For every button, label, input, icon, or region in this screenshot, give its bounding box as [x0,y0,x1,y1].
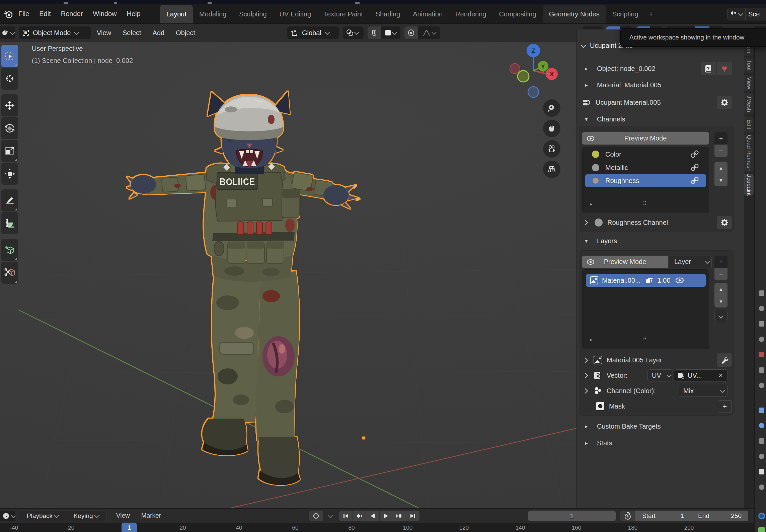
tool-rotate[interactable] [1,117,18,139]
tool-transform[interactable] [1,163,18,185]
sidebar-tab-tool[interactable]: Tool [744,58,754,73]
properties-tab-icon[interactable] [759,383,764,388]
object-expander[interactable]: ▸ Object: node_0.002 [585,62,656,75]
pan-button[interactable] [543,120,560,137]
properties-tab-icon[interactable] [758,527,765,532]
add-mask-button[interactable]: + [718,400,732,413]
move-layer-up-button[interactable]: ▲ [714,283,727,295]
current-frame-marker[interactable]: 1 [122,523,137,532]
blend-mode-icon[interactable] [645,276,654,285]
properties-tab-icon[interactable] [759,438,764,444]
navigation-gizmo[interactable]: Z Y X [506,43,562,100]
blender-logo-icon[interactable] [4,9,13,19]
tool-measure[interactable] [1,212,18,234]
sidebar-tab-edit[interactable]: Edit [744,116,754,132]
remove-channel-button[interactable]: − [714,145,727,157]
vector-expander[interactable]: Vector: [584,369,627,382]
move-channel-down-button[interactable]: ▼ [714,174,727,186]
properties-tab-icon[interactable] [759,337,764,342]
clear-uv-button[interactable]: × [718,371,723,380]
properties-tab-icon[interactable] [759,484,764,490]
menu-view[interactable]: View [91,29,117,37]
channel-row-color[interactable]: Color [583,148,709,161]
start-frame-field[interactable]: Start 1 [635,511,691,521]
support-heart-button[interactable]: ♥ [717,62,732,75]
channel-row-roughness-selected[interactable]: Roughness [585,174,706,187]
timeline-view-menu[interactable]: View [110,512,136,519]
material-settings-button[interactable] [717,96,732,109]
link-icon[interactable] [690,163,699,172]
tool-move[interactable] [1,94,18,116]
toggle-ortho-button[interactable] [543,161,560,178]
properties-tab-icon[interactable] [758,513,765,519]
play-reverse-button[interactable] [366,511,379,521]
tool-cut[interactable] [1,262,18,284]
autokey-dropdown[interactable] [323,511,335,521]
layer-visibility-eye-icon[interactable] [675,277,684,284]
layer-extra-options-button[interactable] [714,310,727,322]
jump-to-start-button[interactable] [339,511,353,521]
editor-type-dropdown[interactable] [0,26,15,39]
keying-menu[interactable]: Keying [66,512,106,520]
pivot-point-dropdown[interactable] [343,26,364,39]
tool-annotate[interactable] [1,189,18,211]
workspace-tab-geometry-nodes[interactable]: Geometry Nodes [543,5,606,23]
properties-tab-icon[interactable] [759,423,764,428]
properties-tab-icon[interactable] [759,454,764,459]
layer-row-selected[interactable]: Material.00... 1.00 [586,274,706,287]
channel-row-metallic[interactable]: Metallic [583,161,709,174]
playback-menu[interactable]: Playback [19,512,66,520]
use-preview-range-toggle[interactable] [620,511,635,521]
menu-select[interactable]: Select [117,29,147,37]
menu-object[interactable]: Object [170,29,201,37]
timeline-editor-type-dropdown[interactable] [0,511,15,521]
custom-bake-targets-expander[interactable]: ▸ Custom Bake Targets [585,420,661,432]
tool-cursor[interactable] [1,68,18,90]
snap-target-dropdown[interactable] [381,26,400,39]
transform-orientation-dropdown[interactable]: Global [287,26,339,39]
prev-keyframe-button[interactable] [353,511,366,521]
workspace-tab-modeling[interactable]: Modeling [193,5,233,23]
layer-filter-dropdown[interactable]: Layer [669,256,712,268]
channel-settings-button[interactable] [717,216,732,229]
list-expand-triangle[interactable]: ▸ [590,201,593,207]
properties-tab-icon[interactable] [759,352,764,357]
current-frame-field[interactable]: 1 [528,511,616,521]
mode-dropdown[interactable]: Object Mode [19,26,91,39]
sidebar-tab-view[interactable]: View [744,75,754,91]
timeline-ruler[interactable]: -40 -20 1 20 40 60 80 100 120 140 160 18… [0,523,754,532]
sidebar-tab-ucupaint[interactable]: Ucupaint [744,174,754,195]
channels-preview-mode-button[interactable]: Preview Mode [582,132,709,145]
object-origin-dot[interactable] [362,436,366,440]
layers-preview-mode-button[interactable]: Preview Mode [582,256,668,268]
camera-view-button[interactable] [543,140,560,158]
uv-map-field[interactable]: UV... × [674,369,728,381]
link-icon[interactable] [690,176,699,185]
workspace-tab-shading[interactable]: Shading [369,5,406,23]
workspace-tab-scripting[interactable]: Scripting [606,5,645,23]
properties-tab-icon[interactable] [759,469,764,474]
layers-section-header[interactable]: ▾ Layers [585,235,617,247]
move-channel-up-button[interactable]: ▲ [714,162,727,174]
properties-tab-icon[interactable] [759,321,764,327]
workspace-tab-uv-editing[interactable]: UV Editing [273,5,318,23]
add-channel-button[interactable]: + [714,132,727,145]
tool-select-box[interactable] [1,45,18,67]
blend-mode-dropdown[interactable]: Mix [678,385,728,397]
channel-color-expander[interactable]: Channel (Color): [584,384,656,397]
menu-render[interactable]: Render [56,4,88,23]
axis-neg-y-ball[interactable] [518,71,529,82]
channels-section-header[interactable]: ▾ Channels [585,113,625,125]
list-expand-triangle[interactable]: ▸ [590,337,593,343]
workspace-tab-sculpting[interactable]: Sculpting [233,5,273,23]
workspace-tab-compositing[interactable]: Compositing [492,5,542,23]
proportional-falloff-dropdown[interactable] [418,26,440,39]
tool-add-primitive[interactable] [1,239,18,261]
properties-tab-icon[interactable] [759,408,764,413]
proportional-edit-toggle[interactable] [404,26,418,39]
add-layer-button[interactable]: + [714,256,727,268]
stats-expander[interactable]: ▸ Stats [585,437,612,449]
menu-add[interactable]: Add [147,29,170,37]
sidebar-tab-quad-remesh[interactable]: Quad Remesh [744,135,754,172]
jump-to-end-button[interactable] [406,511,419,521]
